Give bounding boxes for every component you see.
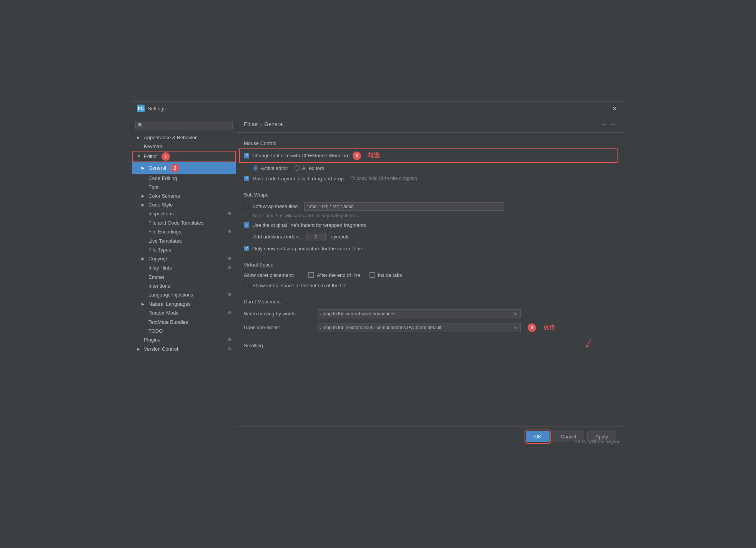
sidebar-item-label: General [148, 165, 166, 171]
radio-active-editor[interactable]: Active editor [253, 165, 288, 171]
sidebar-item-font[interactable]: Font [132, 183, 236, 192]
original-indent-checkbox[interactable] [244, 222, 249, 228]
badge-3: 3 [353, 152, 361, 160]
sidebar-item-plugins[interactable]: Plugins ⚙ [132, 335, 236, 345]
soft-wrap-checkbox[interactable] [244, 204, 249, 209]
search-input[interactable] [135, 121, 233, 130]
sidebar-item-copyright[interactable]: ▶ Copyright ⚙ [132, 254, 236, 263]
settings-icon: ⚙ [226, 256, 233, 262]
change-font-checkbox[interactable] [244, 153, 249, 158]
settings-icon: ⚙ [226, 211, 233, 217]
only-show-label: Only show soft-wrap indicators for the c… [252, 246, 362, 252]
move-code-checkbox[interactable] [244, 176, 249, 181]
add-indent-input[interactable] [306, 233, 326, 241]
sidebar-item-live-templates[interactable]: Live Templates [132, 237, 236, 245]
divider1 [244, 187, 616, 187]
settings-window: PC Settings ✕ 🔍 ▶ Appearance & Behavior … [132, 101, 624, 447]
nav-forward[interactable]: → [610, 121, 616, 128]
ok-button[interactable]: OK [526, 431, 550, 442]
badge-2: 2 [171, 164, 179, 172]
sidebar-item-label: Live Templates [148, 238, 182, 244]
change-font-row: Change font size with Ctrl+Mouse Wheel i… [241, 150, 616, 162]
sidebar-item-label: Intentions [148, 283, 170, 289]
nav-back[interactable]: ← [601, 121, 607, 128]
original-indent-label: Use the original line's indent for wrapp… [252, 222, 366, 228]
main-panel: Editor › General ← → Mouse Control Chang… [236, 116, 624, 447]
sidebar-item-reader-mode[interactable]: Reader Mode ⚙ [132, 308, 236, 318]
sidebar-item-label: Color Scheme [148, 193, 180, 199]
divider3 [244, 294, 616, 294]
scrolling-header: Scrolling [244, 343, 616, 348]
sidebar-item-editor[interactable]: ▼ Editor 1 [132, 151, 236, 162]
sidebar-item-inlay-hints[interactable]: Inlay Hints ⚙ [132, 263, 236, 273]
move-code-hint: To copy, hold Ctrl while dragging [351, 176, 417, 181]
sidebar-item-label: Code Style [148, 202, 173, 208]
sidebar-item-label: File Types [148, 247, 171, 253]
radio-label-all: All editors [302, 165, 324, 171]
sidebar-item-label: Keymap [144, 143, 162, 149]
sidebar-item-label: Inspections [148, 211, 174, 217]
add-indent-row: Add additional indent: symbols [244, 232, 616, 242]
close-button[interactable]: ✕ [609, 104, 619, 113]
soft-wrap-input[interactable] [304, 202, 504, 211]
sidebar-item-code-style[interactable]: ▶ Code Style [132, 200, 236, 209]
main-header: Editor › General ← → [236, 116, 624, 133]
annotation-click: 点击 [543, 323, 555, 331]
sidebar-item-label: Plugins [144, 337, 160, 343]
upon-line-label: Upon line break: [244, 325, 313, 330]
caret-movement-header: Caret Movement [244, 299, 616, 305]
sidebar-item-label: Editor [144, 153, 157, 159]
sidebar-item-todo[interactable]: TODO [132, 326, 236, 335]
sidebar-item-label: TextMate Bundles [148, 319, 188, 325]
settings-icon: ⚙ [226, 337, 233, 343]
show-virtual-row: Show virtual space at the bottom of the … [244, 282, 616, 289]
sidebar-item-inspections[interactable]: Inspections ⚙ [132, 209, 236, 218]
radio-label-active: Active editor [261, 165, 288, 171]
upon-line-dropdown[interactable]: Jump to the next/previous line boundarie… [317, 323, 521, 332]
sidebar-item-natural-languages[interactable]: ▶ Natural Languages [132, 300, 236, 308]
virtual-space-header: Virtual Space [244, 262, 616, 268]
sidebar-item-version-control[interactable]: ▶ Version Control ⚙ [132, 345, 236, 354]
radio-circle-all [295, 165, 300, 171]
sidebar-item-file-types[interactable]: File Types [132, 245, 236, 254]
sidebar-item-appearance[interactable]: ▶ Appearance & Behavior [132, 133, 236, 142]
sidebar-item-emmet[interactable]: Emmet [132, 273, 236, 281]
sidebar-item-language-injections[interactable]: Language Injections ⚙ [132, 290, 236, 300]
only-show-checkbox[interactable] [244, 246, 249, 251]
nav-arrows: ← → [601, 121, 616, 128]
soft-wrap-hint: Use * and ? as wildcards and ; to separa… [244, 213, 616, 218]
sidebar-item-general[interactable]: ▶ General 2 [132, 162, 236, 174]
show-virtual-label: Show virtual space at the bottom of the … [252, 283, 346, 288]
after-end-checkbox[interactable] [308, 272, 314, 278]
expand-arrow: ▶ [142, 203, 146, 207]
sidebar-item-label: Emmet [148, 274, 164, 280]
sidebar-item-file-encodings[interactable]: File Encodings ⚙ [132, 227, 236, 237]
expand-arrow: ▶ [142, 166, 146, 170]
symbols-label: symbols [331, 234, 350, 240]
move-code-label: Move code fragments with drag-and-drop [252, 176, 344, 182]
radio-circle-active [253, 165, 258, 171]
radio-all-editors[interactable]: All editors [295, 165, 324, 171]
sidebar-item-label: File Encodings [148, 229, 181, 235]
window-title: Settings [148, 106, 609, 112]
settings-icon: ⚙ [226, 310, 233, 316]
sidebar-item-intentions[interactable]: Intentions [132, 281, 236, 290]
title-bar: PC Settings ✕ [132, 102, 624, 116]
expand-arrow: ▶ [142, 257, 146, 261]
settings-icon: ⚙ [226, 292, 233, 298]
upon-line-row: Upon line break: Jump to the next/previo… [244, 322, 616, 333]
sidebar-item-color-scheme[interactable]: ▶ Color Scheme [132, 192, 236, 200]
when-moving-dropdown[interactable]: Jump to the current word boundaries [317, 309, 521, 318]
sidebar-item-file-code-templates[interactable]: File and Code Templates [132, 218, 236, 227]
sidebar-item-label: Inlay Hints [148, 265, 172, 271]
move-code-row: Move code fragments with drag-and-drop T… [244, 175, 616, 182]
sidebar-item-code-editing[interactable]: Code Editing [132, 174, 236, 183]
breadcrumb-part1: Editor [244, 121, 258, 127]
inside-tabs-checkbox[interactable] [370, 272, 375, 278]
change-font-label: Change font size with Ctrl+Mouse Wheel i… [252, 153, 350, 158]
sidebar-item-textmate-bundles[interactable]: TextMate Bundles [132, 318, 236, 326]
sidebar-item-keymap[interactable]: Keymap [132, 142, 236, 151]
show-virtual-checkbox[interactable] [244, 283, 249, 288]
annotation-check: 勾选 [367, 152, 380, 160]
expand-arrow: ▶ [137, 347, 142, 351]
